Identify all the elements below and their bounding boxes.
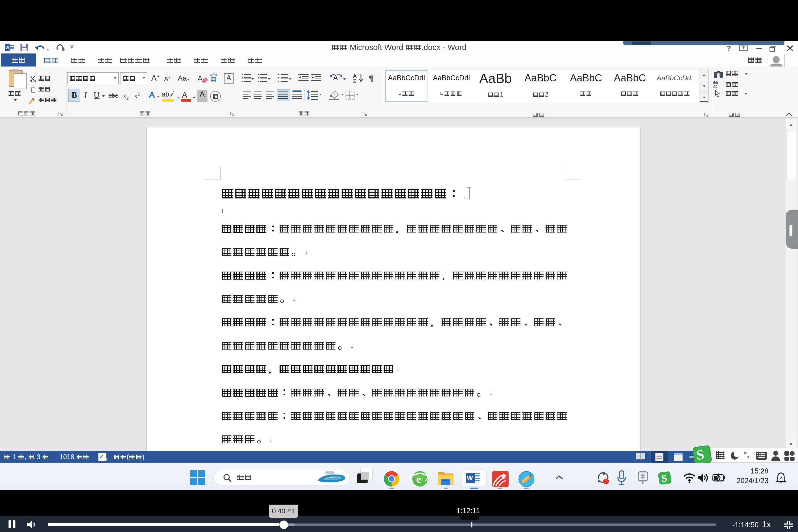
svg-text:A: A — [353, 73, 357, 79]
svg-text:e: e — [416, 473, 421, 485]
svg-text:z: z — [780, 476, 782, 480]
svg-text:Z: Z — [353, 78, 356, 83]
